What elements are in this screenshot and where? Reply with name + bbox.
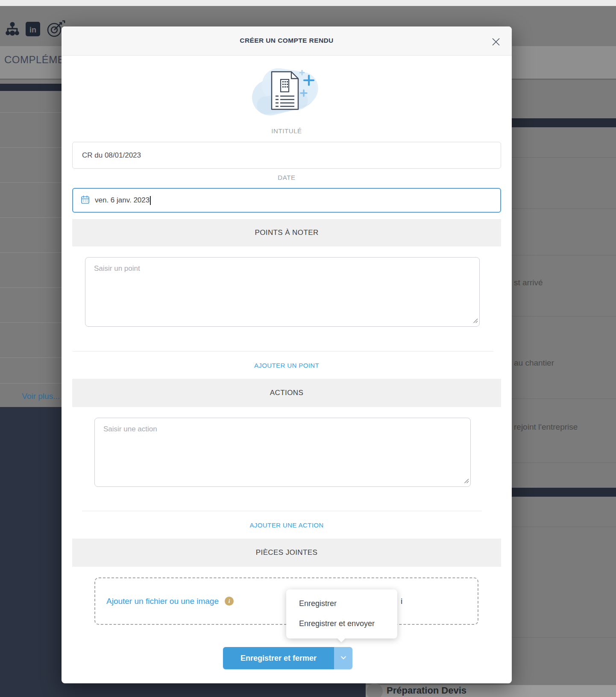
save-and-close-button[interactable]: Enregistrer et fermer [223, 647, 334, 669]
add-file-link[interactable]: Ajouter un fichier ou une image i [106, 578, 234, 624]
linkedin-icon[interactable]: in [26, 22, 40, 38]
timeline-item: au chantier [514, 358, 554, 368]
timeline-item: st arrivé [514, 278, 543, 287]
voir-plus-link[interactable]: Voir plus... [0, 392, 60, 401]
divider [82, 511, 482, 511]
date-value: ven. 6 janv. 2023 [95, 196, 150, 205]
modal-title: CRÉER UN COMPTE RENDU [62, 37, 512, 44]
save-split-button: Enregistrer et fermer [223, 647, 352, 669]
menu-item-enregistrer-envoyer[interactable]: Enregistrer et envoyer [286, 614, 397, 634]
close-button[interactable] [490, 37, 502, 48]
close-icon [491, 41, 501, 48]
points-section-header: POINTS À NOTER [72, 219, 501, 246]
actions-section-header: ACTIONS [72, 379, 501, 407]
text-cursor [150, 196, 151, 205]
chevron-down-icon [339, 653, 348, 663]
save-options-toggle[interactable] [334, 647, 352, 669]
intitule-label: INTITULÉ [62, 127, 512, 135]
partial-hidden-text: i [401, 578, 402, 624]
date-label: DATE [62, 174, 512, 181]
menu-item-enregistrer[interactable]: Enregistrer [286, 594, 397, 614]
browser-top-strip [0, 0, 616, 6]
calendar-icon [81, 195, 90, 206]
report-illustration-icon [240, 64, 334, 120]
timeline-item: rejoint l'entreprise [514, 422, 578, 432]
screen: in COMPLÉMENT Voir plus... st arrivé au … [0, 0, 616, 697]
create-report-modal: CRÉER UN COMPTE RENDU [62, 26, 512, 683]
menu-pointer [337, 634, 346, 642]
divider [73, 351, 493, 351]
point-textarea-wrap [85, 257, 480, 327]
date-input[interactable]: ven. 6 janv. 2023 [72, 188, 501, 213]
info-icon[interactable]: i [225, 597, 234, 606]
intitule-input[interactable] [72, 142, 501, 169]
org-chart-icon[interactable] [4, 21, 21, 38]
avatar [367, 683, 383, 697]
bottom-item-title: Préparation Devis [387, 685, 466, 696]
action-textarea-wrap [94, 418, 471, 487]
add-action-link[interactable]: AJOUTER UNE ACTION [62, 521, 512, 529]
svg-text:in: in [29, 26, 36, 34]
add-point-link[interactable]: AJOUTER UN POINT [62, 362, 512, 369]
save-options-menu: Enregistrer Enregistrer et envoyer [286, 589, 397, 638]
attachments-section-header: PIÈCES JOINTES [72, 539, 501, 567]
action-textarea[interactable] [94, 418, 471, 487]
point-textarea[interactable] [85, 257, 480, 327]
